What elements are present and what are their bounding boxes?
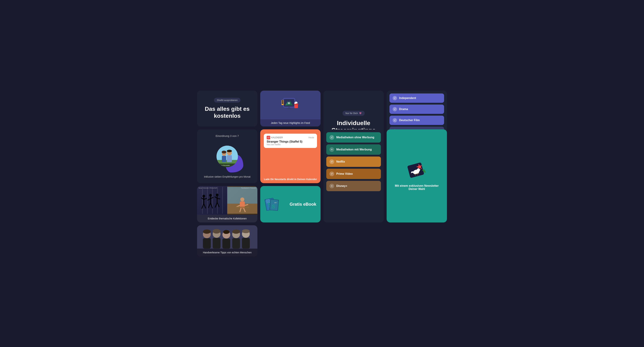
check-icon: ✓ (393, 107, 397, 111)
ebook-books-svg: S JEDER STREAM EIN HIT S ← (264, 196, 280, 212)
platform-item[interactable]: ✓Mediatheken ohne Werbung (326, 132, 381, 143)
svg-rect-59 (236, 207, 249, 208)
svg-line-43 (208, 203, 210, 208)
platform-label: Mediatheken ohne Werbung (336, 136, 374, 139)
avatar-circle: Prokino Filmverleih (216, 146, 238, 167)
card-menschen: Handverlesene Tipps von echten Menschen (197, 225, 258, 256)
check-icon: ✓ (330, 159, 334, 164)
cal-header-label: KALENDER (271, 136, 283, 139)
beach-svg (227, 186, 258, 215)
nur-fuer-dich-text: Nur für Dich (346, 112, 358, 115)
svg-rect-7 (286, 109, 292, 109)
card-free-intro: Shelfd ausprobieren Das alles gibt es ko… (197, 91, 258, 127)
newsletter-label: Mit einem exklusiven Newsletter Deiner W… (391, 184, 443, 191)
svg-line-37 (202, 204, 204, 209)
tv-icon (282, 97, 299, 113)
svg-point-39 (209, 194, 212, 197)
kollektionen-label: Entdecke thematische Kollektionen (197, 215, 258, 222)
platform-label: Netflix (336, 160, 345, 163)
ebook-text: Gratis eBook (290, 202, 316, 207)
svg-point-83 (232, 229, 240, 234)
svg-rect-32 (222, 187, 223, 214)
feed-label: Jeden Tag neue Highlights im Feed (260, 119, 320, 127)
kollektionen-images: Neue Visionen Filmverleih (197, 186, 258, 215)
einordnung-bottom-label: Inklusive sieben Empfehlungen pro Monat (204, 175, 250, 178)
calendar-notification: 17 KALENDER Heute Stranger Things (Staff… (264, 134, 317, 148)
svg-text:←: ← (274, 200, 278, 205)
card-newsletter: Mit einem exklusiven Newsletter Deiner W… (386, 129, 447, 223)
svg-rect-30 (212, 187, 213, 214)
svg-rect-8 (294, 104, 298, 108)
check-icon: ✓ (330, 172, 334, 176)
platform-label: Mediatheken mit Werbung (336, 148, 372, 151)
svg-rect-9 (294, 104, 298, 105)
genre-item[interactable]: ✓Drama (390, 105, 444, 114)
svg-point-33 (202, 195, 205, 197)
kol-label-left: Neue Visionen Filmverleih (198, 187, 217, 189)
svg-rect-14 (282, 100, 283, 101)
kalender-label: Lade Dir Neustarts direkt in Deinen Kale… (261, 175, 319, 183)
card-kalender: 17 KALENDER Heute Stranger Things (Staff… (260, 129, 320, 183)
svg-line-49 (215, 202, 217, 207)
kollektionen-img-right: Pandastorm Pictures (227, 186, 258, 215)
check-icon: ✓ (393, 118, 397, 122)
heart-icon (359, 112, 362, 115)
svg-rect-6 (288, 107, 290, 109)
platform-label: Disney+ (336, 184, 347, 188)
platform-item[interactable]: +Disney+ (326, 181, 381, 191)
platform-label: Prime Video (336, 172, 353, 175)
kollektionen-img-left: Neue Visionen Filmverleih (197, 186, 227, 215)
plus-icon: + (330, 147, 334, 152)
cal-title: Stranger Things (Staffel 5) (267, 140, 314, 143)
cal-header-left: 17 KALENDER (267, 136, 283, 139)
svg-rect-21 (222, 156, 226, 162)
platform-item[interactable]: +Mediatheken mit Werbung (326, 144, 381, 155)
couple-avatar: Prokino Filmverleih (216, 146, 238, 167)
platform-item[interactable]: ✓Prime Video (326, 169, 381, 179)
genre-item[interactable]: ✓Independent (390, 94, 444, 103)
newsletter-svg (406, 161, 428, 181)
card-einordnung: Einordnung 3 von 7 (197, 129, 258, 183)
genre-item[interactable]: ✓Deutscher Film (390, 116, 444, 125)
platform-item[interactable]: ✓Netflix (326, 157, 381, 167)
dancers-svg (197, 186, 227, 215)
avatar-area: Prokino Filmverleih (213, 142, 242, 171)
cal-date: Heute (308, 136, 314, 139)
kol-label-right: Pandastorm Pictures (241, 187, 256, 189)
svg-rect-89 (222, 238, 230, 248)
svg-point-45 (216, 193, 218, 196)
card-kollektionen: Neue Visionen Filmverleih (197, 186, 258, 222)
card-feed: Jeden Tag neue Highlights im Feed (260, 91, 320, 127)
svg-rect-88 (212, 238, 220, 248)
menschen-label: Handverlesene Tipps von echten Menschen (197, 248, 258, 256)
genre-label: Deutscher Film (399, 119, 420, 122)
svg-text:Prokino Filmverleih: Prokino Filmverleih (218, 165, 230, 166)
cal-sub: Neu bei Netflix (267, 143, 314, 146)
plus-icon: + (330, 184, 334, 188)
nur-fuer-dich-badge: Nur für Dich (342, 111, 364, 116)
svg-rect-87 (203, 238, 211, 248)
card-ebook: S JEDER STREAM EIN HIT S ← Gratis eBook (260, 186, 320, 222)
svg-point-53 (240, 197, 244, 202)
svg-point-80 (223, 230, 230, 234)
einordnung-label: Einordnung 3 von 7 (216, 134, 239, 137)
main-title: Das alles gibt es kostenlos (201, 105, 253, 119)
svg-rect-28 (202, 187, 203, 214)
cal-header: 17 KALENDER Heute (267, 136, 314, 139)
svg-rect-91 (242, 238, 250, 248)
cal-day: 17 (267, 136, 270, 139)
svg-rect-24 (227, 155, 232, 162)
shelfd-badge[interactable]: Shelfd ausprobieren (214, 98, 240, 103)
check-icon: ✓ (330, 135, 334, 140)
feed-icon-area (278, 91, 303, 119)
genre-label: Independent (399, 97, 416, 100)
svg-rect-15 (282, 102, 283, 103)
ebook-books-area: S JEDER STREAM EIN HIT S ← (264, 196, 280, 213)
card-platform-list: ✓Mediatheken ohne Werbung+Mediatheken mi… (324, 129, 384, 223)
people-group-svg (197, 225, 258, 248)
svg-point-86 (242, 229, 250, 233)
svg-line-38 (204, 204, 206, 208)
genre-label: Drama (399, 108, 408, 111)
svg-point-12 (295, 102, 297, 103)
newsletter-icon (406, 161, 428, 181)
